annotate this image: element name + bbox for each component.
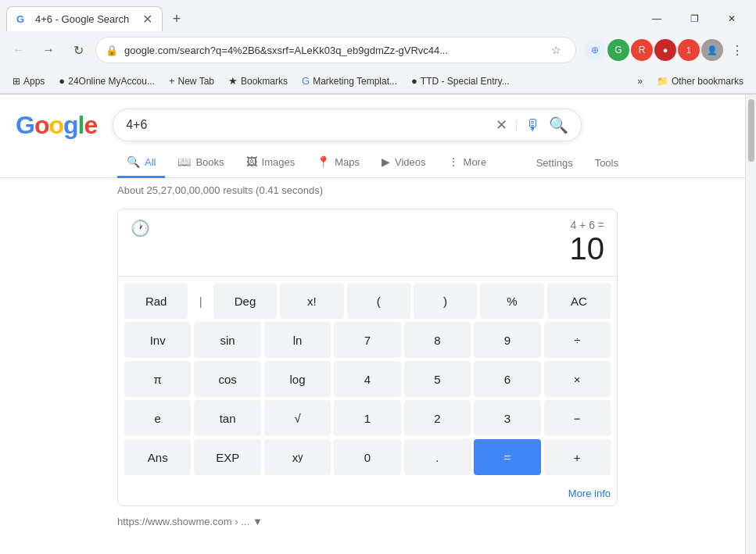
search-submit-icon[interactable]: 🔍 (549, 116, 568, 134)
calc-equals-button[interactable]: = (474, 439, 540, 475)
calc-cos-button[interactable]: cos (194, 361, 260, 397)
extension-icon-4[interactable]: ● (654, 39, 676, 61)
calc-pi-button[interactable]: π (124, 361, 191, 397)
extension-icon-1[interactable]: ⊕ (584, 39, 606, 61)
calc-ln-button[interactable]: ln (264, 322, 331, 358)
bookmark-marketing[interactable]: G Marketing Templat... (296, 73, 403, 88)
profile-avatar[interactable]: 👤 (701, 39, 723, 61)
calc-ac-button[interactable]: AC (547, 283, 611, 319)
calc-5-button[interactable]: 5 (404, 361, 471, 397)
tab-title: 4+6 - Google Search (35, 13, 136, 25)
calc-7-button[interactable]: 7 (334, 322, 400, 358)
other-bookmarks-button[interactable]: 📁 Other bookmarks (650, 74, 750, 88)
tools-button[interactable]: Tools (586, 151, 628, 175)
tab-all[interactable]: 🔍 All (117, 148, 165, 178)
forward-button[interactable]: → (36, 38, 61, 63)
extension-icon-2[interactable]: G (607, 39, 629, 61)
calc-ans-button[interactable]: Ans (124, 439, 191, 475)
window-controls: — ❐ ✕ (639, 6, 750, 31)
calc-4-button[interactable]: 4 (334, 361, 400, 397)
calc-rad-button[interactable]: Rad (124, 283, 188, 319)
bookmark-favicon-3: ★ (228, 75, 238, 87)
bookmark-24online[interactable]: ● 24Online MyAccou... (52, 73, 161, 88)
reload-button[interactable]: ↻ (66, 38, 91, 63)
calc-close-paren-button[interactable]: ) (414, 283, 477, 319)
bookmark-label-1: 24Online MyAccou... (68, 76, 155, 87)
calc-subtract-button[interactable]: − (544, 400, 611, 436)
calc-sqrt-button[interactable]: √ (264, 400, 331, 436)
calc-1-button[interactable]: 1 (334, 400, 400, 436)
calc-9-button[interactable]: 9 (474, 322, 540, 358)
calc-row-3: π cos log 4 5 6 × (124, 361, 611, 397)
calc-tan-button[interactable]: tan (194, 400, 260, 436)
calc-8-button[interactable]: 8 (404, 322, 471, 358)
calc-xy-button[interactable]: xy (264, 439, 331, 475)
calc-row-1: Rad | Deg x! ( ) % AC (124, 283, 611, 319)
calc-sin-button[interactable]: sin (194, 322, 260, 358)
tab-images[interactable]: 🖼 Images (237, 148, 305, 178)
calc-divide-button[interactable]: ÷ (544, 322, 611, 358)
extension-icon-3[interactable]: R (631, 39, 653, 61)
bookmark-ttd[interactable]: ● TTD - Special Entry... (405, 73, 516, 88)
calc-exp-button[interactable]: EXP (194, 439, 260, 475)
calc-0-button[interactable]: 0 (334, 439, 400, 475)
calc-add-button[interactable]: + (544, 439, 611, 475)
vertical-scrollbar[interactable] (745, 95, 756, 554)
apps-button[interactable]: ⊞ Apps (6, 74, 51, 88)
tab-more[interactable]: ⋮ More (439, 148, 496, 178)
bookmark-favicon-2: + (169, 75, 175, 87)
bookmarks-more-button[interactable]: » (631, 74, 649, 88)
apps-label: Apps (23, 76, 45, 87)
calc-factorial-button[interactable]: x! (280, 283, 343, 319)
bookmark-star-icon[interactable]: ☆ (546, 40, 566, 60)
restore-button[interactable]: ❐ (676, 6, 712, 31)
tab-all-label: All (145, 156, 156, 168)
calc-expression: 4 + 6 = (570, 219, 605, 231)
minimize-button[interactable]: — (639, 6, 675, 31)
search-input[interactable]: 4+6 (126, 118, 487, 132)
calc-percent-button[interactable]: % (480, 283, 543, 319)
calc-deg-button[interactable]: Deg (213, 283, 277, 319)
tab-close-button[interactable]: ✕ (142, 12, 152, 27)
scroll-thumb[interactable] (748, 99, 754, 162)
calc-3-button[interactable]: 3 (474, 400, 540, 436)
calc-decimal-button[interactable]: . (404, 439, 471, 475)
other-bookmarks-label: Other bookmarks (672, 76, 743, 87)
tab-books[interactable]: 📖 Books (168, 148, 233, 178)
calc-2-button[interactable]: 2 (404, 400, 471, 436)
result-url-dropdown-icon[interactable]: ▼ (253, 516, 263, 527)
calc-inv-button[interactable]: Inv (124, 322, 191, 358)
address-bar[interactable]: 🔒 google.com/search?q=4%2B6&sxsrf=ALeKk0… (95, 37, 576, 63)
maps-tab-icon: 📍 (317, 155, 330, 168)
microphone-icon[interactable]: 🎙 (525, 116, 541, 134)
calc-row-4: e tan √ 1 2 3 − (124, 400, 611, 436)
search-clear-button[interactable]: ✕ (496, 116, 507, 134)
calc-6-button[interactable]: 6 (474, 361, 540, 397)
settings-button[interactable]: Settings (527, 151, 582, 175)
tab-videos-label: Videos (395, 156, 426, 168)
address-icons: ☆ (546, 40, 566, 60)
close-button[interactable]: ✕ (714, 6, 750, 31)
bookmark-bookmarks[interactable]: ★ Bookmarks (222, 73, 294, 88)
calc-multiply-button[interactable]: × (544, 361, 611, 397)
url-text: google.com/search?q=4%2B6&sxsrf=ALeKk03q… (124, 45, 539, 56)
tab-videos[interactable]: ▶ Videos (372, 148, 435, 178)
calc-row-2: Inv sin ln 7 8 9 ÷ (124, 322, 611, 358)
search-tabs: 🔍 All 📖 Books 🖼 Images 📍 Maps ▶ Vi (0, 148, 745, 178)
calc-log-button[interactable]: log (264, 361, 331, 397)
calc-history-icon[interactable]: 🕐 (131, 219, 150, 238)
menu-button[interactable]: ⋮ (725, 38, 750, 63)
new-tab-button[interactable]: + (166, 8, 188, 30)
search-box[interactable]: 4+6 ✕ | 🎙 🔍 (113, 109, 582, 141)
result-url: https://www.showme.com › ... ▼ (0, 513, 745, 534)
search-tools: Settings Tools (527, 151, 628, 175)
more-info-link[interactable]: More info (118, 484, 617, 506)
bookmark-newtab[interactable]: + New Tab (163, 73, 220, 88)
calc-e-button[interactable]: e (124, 400, 191, 436)
tab-maps[interactable]: 📍 Maps (307, 148, 369, 178)
calc-open-paren-button[interactable]: ( (347, 283, 410, 319)
back-button[interactable]: ← (6, 38, 31, 63)
tab-books-label: Books (195, 156, 224, 168)
extension-icon-5[interactable]: 1 (678, 39, 700, 61)
active-tab[interactable]: G 4+6 - Google Search ✕ (6, 6, 163, 31)
